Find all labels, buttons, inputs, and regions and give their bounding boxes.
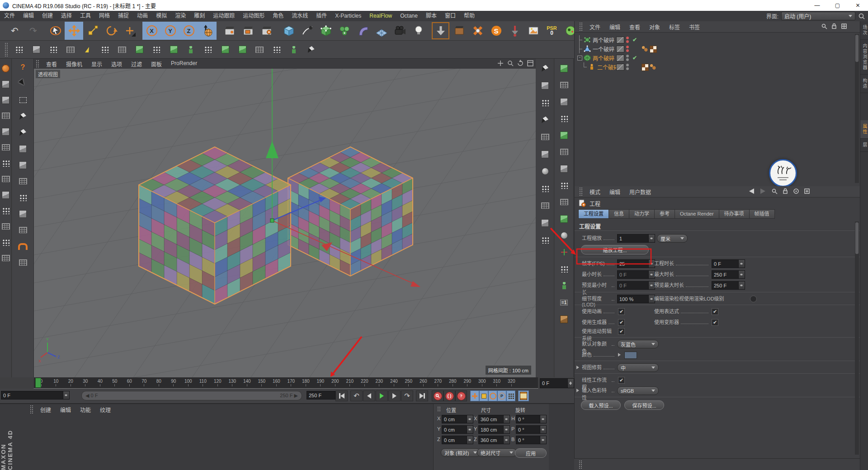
live-selection-tool[interactable] — [46, 22, 65, 40]
spline-pen-button[interactable] — [298, 22, 316, 40]
lock-z-axis-button[interactable]: Z — [179, 22, 198, 40]
uvw-tag-icon[interactable] — [642, 64, 649, 71]
visibility-dot-editor[interactable] — [626, 64, 629, 66]
shelfb-cube-icon-2[interactable] — [555, 96, 573, 108]
lock-icon[interactable] — [831, 23, 837, 29]
position-z-field[interactable]: 0 cm — [442, 436, 473, 444]
fps-field[interactable]: 25 — [617, 259, 655, 268]
object-row[interactable]: 一个破碎 — [575, 44, 860, 53]
preset-grid-icon-3[interactable] — [0, 173, 11, 185]
attributes-tab[interactable]: 待办事项 — [719, 209, 749, 219]
scrollbar[interactable] — [855, 221, 859, 455]
coordinate-system-button[interactable] — [198, 22, 217, 40]
x-particles-button[interactable] — [468, 22, 487, 40]
shelf-cube-icon[interactable] — [536, 217, 554, 229]
target-icon[interactable] — [793, 188, 799, 194]
mesh-command-icon-16[interactable] — [268, 42, 285, 58]
spinner[interactable] — [648, 235, 655, 242]
equal-one-icon[interactable]: =1 — [555, 296, 573, 308]
material-menu-item[interactable]: 创建 — [36, 406, 56, 414]
position-x-field[interactable]: 0 cm — [442, 415, 473, 423]
add-cube-button[interactable] — [279, 22, 298, 40]
material-menu-item[interactable]: 纹理 — [95, 406, 115, 414]
drop-to-floor-button[interactable] — [505, 22, 524, 40]
project-scale-field[interactable]: 1 — [617, 234, 655, 243]
record-keyframe-button[interactable] — [432, 390, 443, 401]
color-expander-icon[interactable] — [618, 353, 623, 357]
visibility-dot-editor[interactable] — [626, 55, 629, 57]
render-view-button[interactable] — [220, 22, 239, 40]
frame-start-field[interactable]: 0 F — [1, 391, 70, 400]
mesh-command-icon-6[interactable] — [96, 42, 113, 58]
use-motion-system-checkbox[interactable]: ✔ — [618, 328, 625, 335]
redo-button[interactable]: ↷ — [24, 22, 42, 40]
preset-dots-icon-3[interactable] — [0, 236, 11, 248]
polygon-mode-icon[interactable] — [12, 224, 33, 236]
mesh-command-icon-12[interactable] — [199, 42, 217, 58]
shelfb-dots-icon-3[interactable] — [555, 263, 573, 275]
object-manager-menu-item[interactable]: 书签 — [684, 23, 704, 31]
frame-range-slider[interactable]: ◀ 0 F 250 F ▶ — [81, 391, 302, 400]
sculpt-plugin-button[interactable]: S — [487, 22, 505, 40]
menu-item[interactable]: 帮助 — [460, 11, 479, 21]
visibility-dot-render[interactable] — [626, 40, 629, 43]
shelfb-cube-icon-5[interactable] — [555, 213, 573, 225]
mesh-command-icon-18[interactable] — [302, 42, 320, 58]
search-icon[interactable] — [821, 23, 827, 29]
viewport-menu-item[interactable]: 过滤 — [127, 60, 146, 68]
mesh-command-icon-14[interactable] — [234, 42, 251, 58]
attributes-menu-item[interactable]: 模式 — [585, 188, 605, 196]
help-icon[interactable]: ? — [12, 61, 33, 73]
search-icon[interactable] — [858, 13, 865, 20]
layer-swatch[interactable] — [616, 55, 624, 61]
spinner[interactable] — [648, 295, 655, 303]
key-position-toggle[interactable] — [470, 390, 479, 401]
menu-item[interactable]: RealFlow — [365, 11, 396, 21]
size-mode-dropdown[interactable]: 绝对尺寸 — [477, 448, 517, 457]
maximize-button[interactable]: ▢ — [827, 0, 848, 11]
timeline-window-button[interactable] — [518, 390, 529, 401]
viewport-menu-item[interactable]: 查看 — [42, 60, 61, 68]
object-row[interactable]: 两个破碎 ✔ — [575, 35, 860, 44]
shelfb-dots-icon-2[interactable] — [555, 179, 573, 191]
viewport-menu-item[interactable]: 摄像机 — [61, 60, 87, 68]
rotation-h-field[interactable]: 0 ° — [516, 415, 547, 423]
enabled-check-icon[interactable]: ✔ — [632, 37, 637, 43]
menu-item[interactable]: 动画 — [133, 11, 152, 21]
use-animation-checkbox[interactable]: ✔ — [618, 308, 625, 315]
spinner[interactable] — [648, 282, 655, 289]
key-pla-toggle[interactable] — [506, 390, 515, 401]
menu-item[interactable]: 工具 — [76, 11, 95, 21]
menu-item[interactable]: 流水线 — [288, 11, 312, 21]
size-x-field[interactable]: 360 cm — [478, 415, 510, 423]
expander-icon[interactable]: − — [577, 56, 582, 61]
timeline-ruler[interactable]: 0102030405060708090100110120130140150160… — [34, 377, 538, 389]
rotation-p-field[interactable]: 0 ° — [516, 425, 547, 434]
history-forward-icon[interactable] — [760, 188, 767, 194]
menu-item[interactable]: 运动跟踪 — [209, 11, 239, 21]
interface-dropdown[interactable]: 启动 (用户) — [781, 12, 855, 20]
expander-icon[interactable] — [576, 366, 581, 369]
uvw-tag-icon[interactable] — [650, 46, 657, 53]
mesh-command-icon-7[interactable] — [113, 42, 131, 58]
rotate-view-icon[interactable] — [517, 60, 524, 67]
max-time-field[interactable]: 250 F — [712, 270, 745, 279]
default-color-dropdown[interactable]: 灰蓝色 — [617, 340, 659, 348]
coord-mode-dropdown[interactable]: 对象 (相对) — [441, 448, 481, 457]
shelf-dots-icon[interactable] — [536, 234, 554, 246]
object-manager-menu-item[interactable]: 查看 — [625, 23, 645, 31]
scrollbar-thumb[interactable] — [855, 222, 859, 254]
material-menu-item[interactable]: 功能 — [75, 406, 95, 414]
cursor-icon[interactable] — [12, 78, 33, 89]
menu-item[interactable]: 插件 — [312, 11, 331, 21]
position-y-field[interactable]: 0 cm — [442, 425, 473, 434]
psr-reset-button[interactable]: PSR0 — [542, 22, 561, 40]
shelf-extrude-icon[interactable] — [536, 148, 554, 160]
save-preset-button[interactable]: 保存预设... — [624, 400, 664, 410]
menu-item[interactable]: 模拟 — [152, 11, 171, 21]
previous-key-button[interactable]: ↶ — [350, 390, 363, 401]
spline-pen-icon[interactable] — [12, 110, 33, 122]
visibility-dot-editor[interactable] — [626, 46, 629, 48]
mesh-command-icon-11[interactable] — [182, 42, 199, 58]
key-scale-toggle[interactable] — [479, 390, 488, 401]
